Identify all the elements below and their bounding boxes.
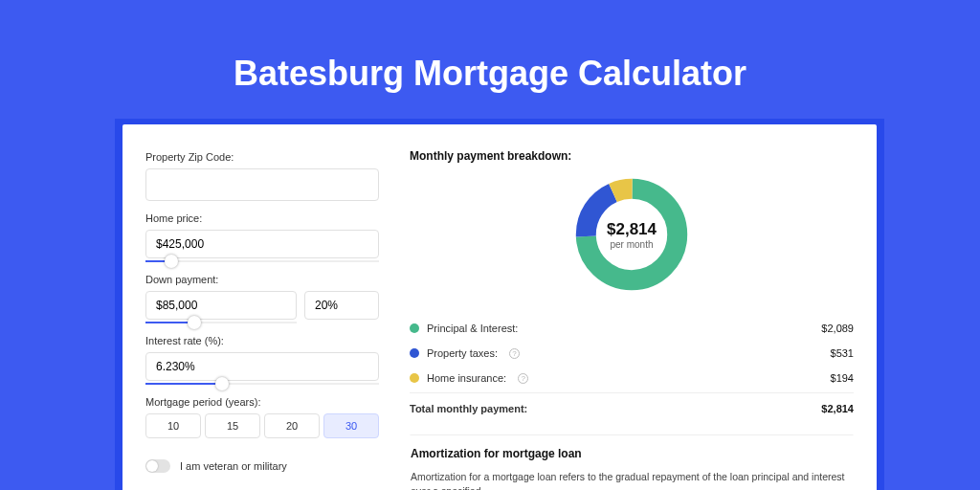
donut-center: $2,814 per month bbox=[571, 174, 692, 295]
page-title: Batesburg Mortgage Calculator bbox=[0, 0, 980, 94]
breakdown-title: Monthly payment breakdown: bbox=[410, 149, 854, 163]
zip-input[interactable] bbox=[145, 168, 379, 201]
home-price-input[interactable] bbox=[145, 230, 379, 258]
veteran-row: I am veteran or military bbox=[145, 459, 379, 473]
card-shadow: Property Zip Code: Home price: Down paym… bbox=[115, 119, 884, 490]
veteran-toggle[interactable] bbox=[145, 459, 170, 473]
down-payment-amount-input[interactable] bbox=[145, 291, 297, 320]
amortization-title: Amortization for mortgage loan bbox=[411, 447, 853, 460]
interest-rate-input[interactable] bbox=[145, 352, 379, 381]
mortgage-period-label: Mortgage period (years): bbox=[145, 396, 379, 408]
legend-label-total: Total monthly payment: bbox=[410, 403, 527, 414]
donut-sub: per month bbox=[610, 239, 653, 250]
donut-chart-wrap: $2,814 per month bbox=[410, 174, 854, 295]
donut-amount: $2,814 bbox=[607, 220, 657, 239]
home-price-label: Home price: bbox=[145, 212, 379, 224]
legend-row-taxes: Property taxes: ? $531 bbox=[410, 341, 854, 366]
down-payment-slider[interactable] bbox=[145, 322, 297, 323]
down-payment-row bbox=[145, 291, 379, 320]
amortization-section: Amortization for mortgage loan Amortizat… bbox=[410, 434, 854, 490]
veteran-label: I am veteran or military bbox=[180, 460, 287, 472]
legend-value-taxes: $531 bbox=[831, 347, 854, 359]
legend-label-taxes: Property taxes: bbox=[427, 347, 498, 359]
legend-row-principal: Principal & Interest: $2,089 bbox=[410, 316, 854, 341]
swatch-blue-icon bbox=[410, 348, 419, 358]
mortgage-period-group: 10 15 20 30 bbox=[145, 413, 379, 438]
breakdown-column: Monthly payment breakdown: $2,814 per mo… bbox=[410, 144, 854, 475]
legend-row-total: Total monthly payment: $2,814 bbox=[410, 392, 854, 421]
info-icon[interactable]: ? bbox=[509, 348, 520, 359]
page-root: Batesburg Mortgage Calculator Property Z… bbox=[0, 0, 980, 490]
inputs-column: Property Zip Code: Home price: Down paym… bbox=[145, 144, 379, 475]
legend-value-insurance: $194 bbox=[831, 372, 854, 384]
period-option-15[interactable]: 15 bbox=[205, 413, 260, 438]
down-payment-label: Down payment: bbox=[145, 274, 379, 285]
legend-value-total: $2,814 bbox=[821, 403, 854, 414]
zip-label: Property Zip Code: bbox=[145, 151, 379, 163]
legend-label-insurance: Home insurance: bbox=[427, 372, 506, 384]
donut-chart: $2,814 per month bbox=[571, 174, 692, 295]
period-option-10[interactable]: 10 bbox=[145, 413, 201, 438]
period-option-20[interactable]: 20 bbox=[264, 413, 320, 438]
down-payment-pct-input[interactable] bbox=[304, 291, 379, 320]
info-icon[interactable]: ? bbox=[518, 373, 528, 384]
swatch-yellow-icon bbox=[410, 373, 419, 383]
legend-value-principal: $2,089 bbox=[821, 323, 854, 334]
calculator-card: Property Zip Code: Home price: Down paym… bbox=[122, 124, 877, 490]
amortization-text: Amortization for a mortgage loan refers … bbox=[411, 470, 853, 490]
interest-rate-slider[interactable] bbox=[145, 383, 379, 385]
interest-rate-label: Interest rate (%): bbox=[145, 335, 379, 346]
period-option-30[interactable]: 30 bbox=[323, 413, 379, 438]
legend-row-insurance: Home insurance: ? $194 bbox=[410, 366, 854, 390]
legend-label-principal: Principal & Interest: bbox=[427, 323, 518, 334]
swatch-green-icon bbox=[410, 323, 419, 333]
home-price-slider[interactable] bbox=[145, 260, 379, 262]
